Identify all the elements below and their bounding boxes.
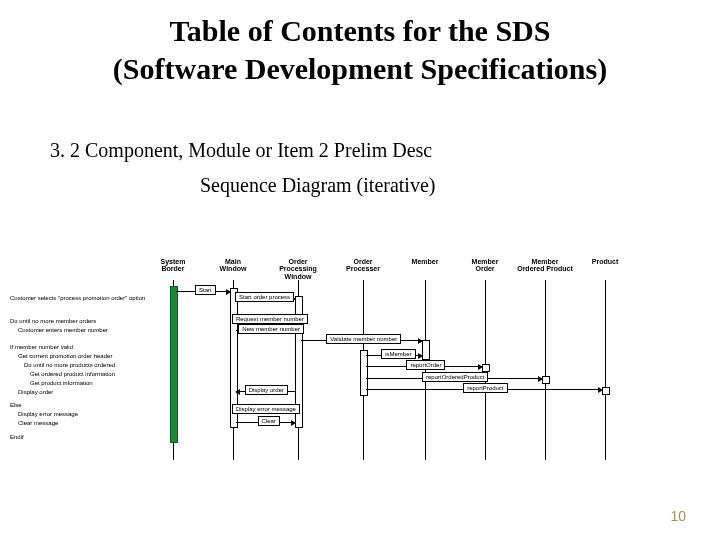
lifeline xyxy=(605,280,606,460)
lane-header: Product xyxy=(575,258,635,265)
message-label: isMember xyxy=(381,349,415,359)
activation-bar-system-border xyxy=(170,286,178,443)
message-label: reportOrder xyxy=(406,360,445,370)
pseudocode-line: Display error message xyxy=(18,411,78,418)
lifeline xyxy=(545,280,546,460)
pseudocode-line: Endif xyxy=(10,434,24,441)
message-label: Start xyxy=(195,285,216,295)
pseudocode-line: If member number valid xyxy=(10,344,73,351)
message-label: Display error message xyxy=(232,404,300,414)
message-label: Clear xyxy=(258,416,280,426)
message-label: Validate member number xyxy=(326,334,401,344)
pseudocode-line: Clear message xyxy=(18,420,58,427)
message-label: reportOrderedProduct xyxy=(422,372,488,382)
pseudocode-line: Display order xyxy=(18,389,53,396)
lane-header: MemberOrder xyxy=(455,258,515,273)
activation-bar xyxy=(542,376,550,384)
lane-header: Member xyxy=(395,258,455,265)
page-number: 10 xyxy=(670,508,686,524)
pseudocode-line: Customer enters member number xyxy=(18,327,108,334)
pseudocode-line: Get current promotion order header xyxy=(18,353,112,360)
section-heading: 3. 2 Component, Module or Item 2 Prelim … xyxy=(50,139,720,162)
lifeline xyxy=(425,280,426,460)
pseudocode-line: Get product information xyxy=(30,380,93,387)
lane-header: MainWindow xyxy=(203,258,263,273)
pseudocode-line: Do until no more member orders xyxy=(10,318,96,325)
activation-bar xyxy=(482,364,490,372)
message-label: Request member number xyxy=(232,314,308,324)
pseudocode-line: Get ordered product information xyxy=(30,371,115,378)
message-label: New member number xyxy=(238,324,304,334)
lane-header: MemberOrdered Product xyxy=(515,258,575,273)
pseudocode-line: Else xyxy=(10,402,22,409)
activation-bar xyxy=(602,387,610,395)
pseudocode-line: Do until no more products ordered xyxy=(24,362,115,369)
title-line-2: (Software Development Specifications) xyxy=(113,52,607,85)
activation-bar xyxy=(422,340,430,360)
message-label: reportProduct xyxy=(463,383,507,393)
slide-title: Table of Contents for the SDS (Software … xyxy=(0,12,720,87)
title-line-1: Table of Contents for the SDS xyxy=(170,14,551,47)
lane-header: SystemBorder xyxy=(143,258,203,273)
message-label: Start order process xyxy=(235,292,294,302)
lane-header: OrderProcesser xyxy=(333,258,393,273)
pseudocode-line: Customer selects "process promotion orde… xyxy=(10,295,145,302)
diagram-caption: Sequence Diagram (iterative) xyxy=(200,174,720,197)
message-label: Display order xyxy=(245,385,288,395)
lane-header: OrderProcessing Window xyxy=(268,258,328,280)
sequence-diagram: SystemBorderMainWindowOrderProcessing Wi… xyxy=(80,258,640,468)
